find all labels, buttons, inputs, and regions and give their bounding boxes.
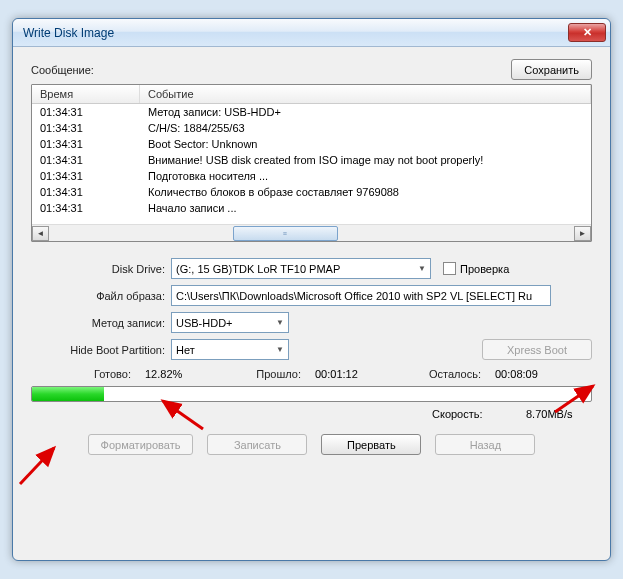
save-button[interactable]: Сохранить — [511, 59, 592, 80]
log-row[interactable]: 01:34:31C/H/S: 1884/255/63 — [32, 120, 591, 136]
abort-button[interactable]: Прервать — [321, 434, 421, 455]
titlebar[interactable]: Write Disk Image ✕ — [13, 19, 610, 47]
elapsed-value: 00:01:12 — [301, 368, 381, 380]
chevron-down-icon: ▼ — [276, 318, 284, 327]
progress-bar — [31, 386, 592, 402]
remaining-label: Осталось: — [381, 368, 481, 380]
elapsed-label: Прошло: — [201, 368, 301, 380]
image-file-input[interactable] — [171, 285, 551, 306]
chevron-down-icon: ▼ — [418, 264, 426, 273]
write-button: Записать — [207, 434, 307, 455]
verify-label: Проверка — [460, 263, 509, 275]
horizontal-scrollbar[interactable]: ◄ ≡ ► — [32, 224, 591, 241]
hide-boot-label: Hide Boot Partition: — [31, 344, 171, 356]
speed-label: Скорость: — [432, 408, 512, 420]
scroll-track[interactable]: ≡ — [49, 226, 574, 241]
log-row[interactable]: 01:34:31Метод записи: USB-HDD+ — [32, 104, 591, 120]
close-button[interactable]: ✕ — [568, 23, 606, 42]
hide-boot-combo[interactable]: Нет ▼ — [171, 339, 289, 360]
log-listview[interactable]: Время Событие 01:34:31Метод записи: USB-… — [31, 84, 592, 242]
dialog-body: Сообщение: Сохранить Время Событие 01:34… — [13, 47, 610, 560]
log-header: Время Событие — [32, 85, 591, 104]
write-method-label: Метод записи: — [31, 317, 171, 329]
log-row[interactable]: 01:34:31Количество блоков в образе соста… — [32, 184, 591, 200]
verify-checkbox[interactable] — [443, 262, 456, 275]
log-row[interactable]: 01:34:31Boot Sector: Unknown — [32, 136, 591, 152]
write-method-combo[interactable]: USB-HDD+ ▼ — [171, 312, 289, 333]
window-title: Write Disk Image — [23, 26, 568, 40]
scroll-left-icon[interactable]: ◄ — [32, 226, 49, 241]
disk-drive-label: Disk Drive: — [31, 263, 171, 275]
dialog-window: Write Disk Image ✕ Сообщение: Сохранить … — [12, 18, 611, 561]
log-row[interactable]: 01:34:31Внимание! USB disk created from … — [32, 152, 591, 168]
log-row[interactable]: 01:34:31Подготовка носителя ... — [32, 168, 591, 184]
ready-value: 12.82% — [131, 368, 201, 380]
chevron-down-icon: ▼ — [276, 345, 284, 354]
xpress-boot-button: Xpress Boot — [482, 339, 592, 360]
ready-label: Готово: — [31, 368, 131, 380]
disk-drive-combo[interactable]: (G:, 15 GB)TDK LoR TF10 PMAP ▼ — [171, 258, 431, 279]
message-label: Сообщение: — [31, 64, 511, 76]
close-icon: ✕ — [583, 26, 592, 39]
scroll-right-icon[interactable]: ► — [574, 226, 591, 241]
remaining-value: 00:08:09 — [481, 368, 551, 380]
col-time-header[interactable]: Время — [32, 85, 140, 103]
format-button: Форматировать — [88, 434, 194, 455]
log-row[interactable]: 01:34:31Начало записи ... — [32, 200, 591, 216]
image-file-label: Файл образа: — [31, 290, 171, 302]
scroll-thumb[interactable]: ≡ — [233, 226, 338, 241]
progress-fill — [32, 387, 104, 401]
log-body: 01:34:31Метод записи: USB-HDD+ 01:34:31C… — [32, 104, 591, 224]
speed-value: 8.70MB/s — [512, 408, 592, 420]
col-event-header[interactable]: Событие — [140, 85, 591, 103]
back-button: Назад — [435, 434, 535, 455]
